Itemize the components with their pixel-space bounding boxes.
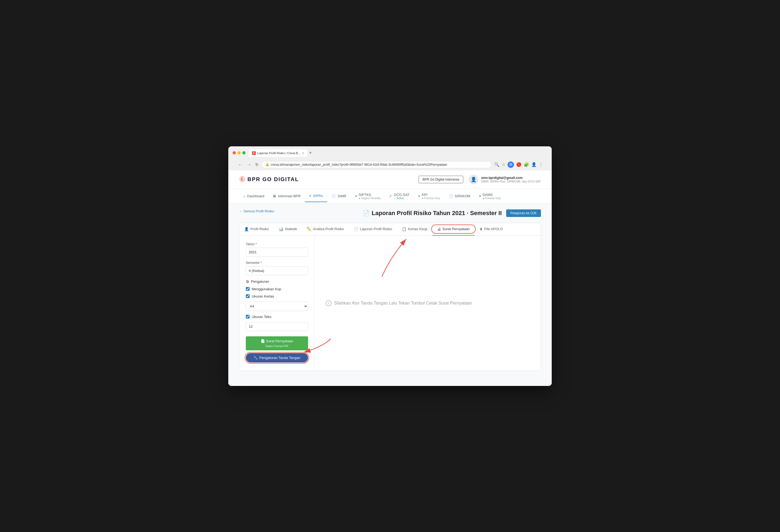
nav-gcg-label: GCG-SAT — [394, 193, 409, 197]
surat-pernyataan-btn-sub: Dalam Format PDF — [265, 345, 288, 348]
ukuran-teks-input[interactable] — [246, 322, 308, 331]
kpi-sub: ● Preview Only — [422, 197, 440, 200]
settings-heading: ⚙ Pengaturan — [246, 280, 308, 284]
extension-icon[interactable]: 🔴 — [516, 162, 522, 167]
kop-label: Menggunakan Kop — [252, 287, 281, 291]
tab-laporan-profil-risiko[interactable]: 📄 Laporan Profil Risiko — [349, 223, 397, 236]
tab-kertas-label: Kertas Kerja — [408, 227, 428, 231]
close-window-button[interactable] — [233, 151, 236, 154]
apolo-icon: ⬇ — [480, 227, 483, 231]
sidebar-item-dashboard[interactable]: ⌂ Dashboard — [239, 190, 269, 202]
tab-close-button[interactable]: × — [302, 151, 304, 155]
browser-titlebar: C Laporan Profil Risiko | Creva B... × +… — [228, 146, 552, 170]
user-sub: SIMR, SIPRo Plus, SIPAKOM, dan GCG-SAT — [481, 180, 541, 183]
tab-body: Tahun * Semester * ⚙ Pengaturan — [239, 236, 541, 371]
header-right: BPR Go Digital Indonesia 👤 simr.bprdigit… — [419, 175, 541, 184]
top-row: ← Semua Profil Risiko 📄 Laporan Profil R… — [239, 209, 541, 217]
nav-informasi-label: Informasi BPR — [278, 194, 300, 198]
ukuran-teks-row: Ukuran Teks: — [246, 315, 308, 319]
main-area: ← Semua Profil Risiko 📄 Laporan Profil R… — [228, 204, 552, 376]
nav-dashboard-label: Dashboard — [247, 194, 264, 198]
tab-title: Laporan Profil Risiko | Creva B... — [257, 151, 300, 155]
siptks-sub: ● Segera Tersedia — [359, 197, 381, 200]
nav-kpi-label: KPI — [422, 193, 440, 197]
wrench-icon: 🔧 — [253, 356, 258, 360]
logo-text: BPR GO DIGITAL — [247, 176, 299, 183]
active-tab[interactable]: C Laporan Profil Risiko | Creva B... × — [249, 149, 307, 157]
user-details: simr.bprdigital@gmail.com SIMR, SIPRo Pl… — [481, 176, 541, 183]
tab-surat-pernyataan[interactable]: 🖨 Surat Pernyataan — [432, 223, 475, 236]
sidebar-item-sipakom[interactable]: 📄 SIPAKOM — [444, 190, 475, 202]
back-button[interactable]: ← — [237, 162, 243, 167]
statistik-icon: 📊 — [279, 227, 283, 231]
kertas-icon: 📋 — [402, 227, 406, 231]
tab-statistik-label: Statistik — [285, 227, 297, 231]
ukuran-kertas-select[interactable]: A4 A3 Letter — [246, 301, 308, 311]
analisa-icon: ✏️ — [307, 227, 311, 231]
info-icon: i — [326, 300, 332, 306]
simr-icon: 📄 — [332, 194, 336, 198]
nav-dams-label: DAMS — [482, 193, 501, 197]
laporan-icon: 📄 — [354, 227, 358, 231]
content-card-wrapper: 👤 Profil Risiko 📊 Statistik ✏️ Analisa P… — [239, 223, 541, 371]
tab-analisa-label: Analisa Profil Risiko — [313, 227, 344, 231]
ukuran-teks-label: Ukuran Teks: — [252, 315, 272, 319]
back-link[interactable]: ← Semua Profil Risiko — [239, 209, 274, 213]
tab-profil-risiko-label: Profil Risiko — [250, 227, 269, 231]
maximize-window-button[interactable] — [242, 151, 246, 154]
bpr-button[interactable]: BPR Go Digital Indonesia — [419, 176, 463, 183]
sidebar-item-simr[interactable]: 📄 SIMR — [327, 190, 351, 202]
header-title-row: 📄 Laporan Profil Risiko Tahun 2021 · Sem… — [363, 209, 541, 217]
nav-sipro-label: SIPRo — [313, 194, 323, 198]
sidebar-item-dams[interactable]: ≡ DAMS ● Preview Only — [475, 189, 505, 203]
gear-icon: ⚙ — [246, 280, 249, 284]
ukuran-kertas-checkbox[interactable] — [246, 294, 250, 298]
dams-sub: ● Preview Only — [482, 197, 501, 200]
form-group-tahun: Tahun * — [246, 242, 308, 256]
tab-analisa-profil-risiko[interactable]: ✏️ Analisa Profil Risiko — [302, 223, 349, 236]
sidebar-item-kpi[interactable]: ≡ KPI ● Preview Only — [414, 189, 444, 203]
tahun-input[interactable] — [246, 248, 308, 256]
profile-icon[interactable]: 👤 — [531, 162, 537, 167]
document-icon: 📄 — [363, 210, 370, 216]
tab-file-apolo[interactable]: ⬇ File APOLO — [475, 223, 508, 236]
user-email: simr.bprdigital@gmail.com — [481, 176, 541, 180]
ukuran-kertas-label: Ukuran Kertas — [252, 294, 274, 298]
more-options-icon[interactable]: ⋮ — [539, 162, 543, 167]
sidebar-item-siptks[interactable]: ≡ SIPTKS ● Segera Tersedia — [351, 189, 385, 203]
tab-favicon-icon: C — [252, 151, 256, 155]
sidebar-item-informasi-bpr[interactable]: 🏛 Informasi BPR — [269, 190, 305, 202]
sidebar-item-gcg-sat[interactable]: ✓ GCG-SAT ✓ Active — [385, 189, 414, 203]
ojk-button[interactable]: Pelaporan ke OJK — [506, 209, 541, 217]
bookmark-icon[interactable]: ☆ — [501, 162, 505, 167]
browser-toolbar: ← → ↻ 🔒 creva.id/manajemen_risiko/lapora… — [233, 159, 547, 170]
gcg-sub: ✓ Active — [394, 197, 409, 200]
search-icon[interactable]: 🔍 — [494, 162, 499, 167]
minimize-window-button[interactable] — [237, 151, 241, 154]
surat-pernyataan-btn-icon: 📄 Surat Pernyataan — [261, 339, 293, 343]
refresh-button[interactable]: ↻ — [255, 162, 259, 167]
home-icon: ⌂ — [243, 194, 246, 198]
toolbar-actions: 🔍 ☆ 15 🔴 🧩 👤 ⋮ — [494, 161, 543, 168]
kpi-icon: ≡ — [418, 194, 420, 198]
user-avatar-small: 15 — [507, 161, 514, 168]
address-bar[interactable]: 🔒 creva.id/manajemen_risiko/laporan_prof… — [261, 161, 491, 168]
tanda-tangan-button[interactable]: 🔧 Pengaturan Tanda Tangan — [246, 353, 308, 362]
settings-label: Pengaturan — [251, 280, 269, 284]
tab-laporan-label: Laporan Profil Risiko — [360, 227, 392, 231]
tab-statistik[interactable]: 📊 Statistik — [274, 223, 302, 236]
semester-input[interactable] — [246, 266, 308, 275]
info-text: Silahkan Atur Tanda Tangan Lalu Tekan To… — [334, 301, 472, 306]
ukuran-teks-checkbox[interactable] — [246, 315, 250, 319]
new-tab-button[interactable]: + — [308, 149, 313, 157]
surat-pernyataan-button[interactable]: 📄 Surat Pernyataan Dalam Format PDF — [246, 336, 308, 350]
tanda-tangan-label: Pengaturan Tanda Tangan — [259, 356, 300, 360]
ukuran-kertas-row: Ukuran Kertas — [246, 294, 308, 298]
traffic-lights — [233, 151, 246, 154]
kop-checkbox[interactable] — [246, 287, 250, 291]
tab-profil-risiko[interactable]: 👤 Profil Risiko — [239, 223, 274, 236]
forward-button[interactable]: → — [246, 162, 252, 167]
sidebar-item-sipro[interactable]: ≡ SIPRo — [305, 190, 327, 202]
puzzle-icon[interactable]: 🧩 — [524, 162, 529, 167]
tab-kertas-kerja[interactable]: 📋 Kertas Kerja — [397, 223, 432, 236]
